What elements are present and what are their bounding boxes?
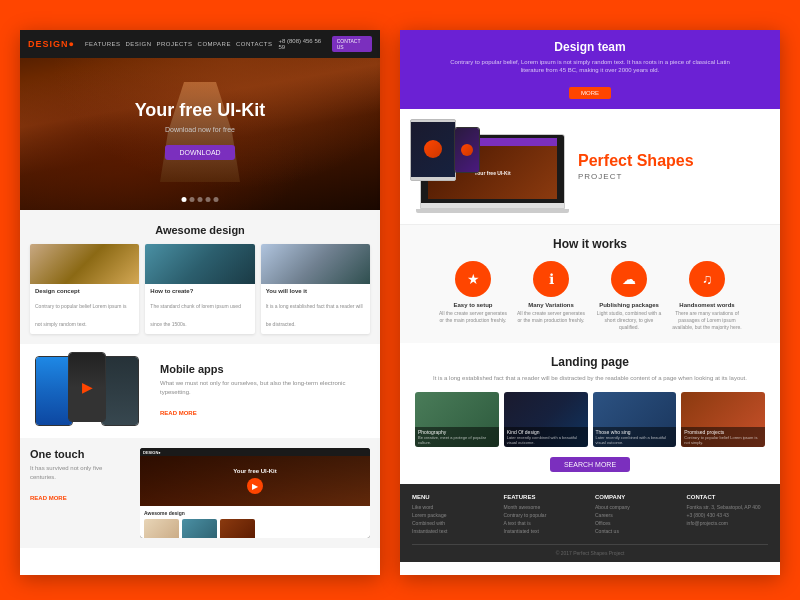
nav-items: FEATURES DESIGN PROJECTS COMPARE CONTACT… [85,41,273,47]
landing-card-label-3: Those who sing Later recently combined w… [593,427,677,447]
how-label-2: Many Variations [528,302,574,308]
how-item-4: ♫ Handsomest words There are many variat… [672,261,742,331]
how-icon-3: ☁ [611,261,647,297]
how-item-1: ★ Easy to setup All the create server ge… [438,261,508,331]
footer-link-4[interactable]: Instantiated text [412,528,494,534]
card-img-landscape [30,244,139,284]
download-button[interactable]: DOWNLOAD [165,145,234,160]
footer-col-menu: MENU Like word Lorem package Combined wi… [412,494,494,536]
landing-card-4: Promised projects Contrary to popular be… [681,392,765,447]
mini-card-2 [182,519,217,538]
phone-screen-3 [102,357,138,425]
footer-features-link-1[interactable]: Month awesome [504,504,586,510]
footer-contact-email[interactable]: info@projects.com [687,520,769,526]
touch-hero-mini: Your free UI-Kit ▶ [140,456,370,506]
nav-design[interactable]: DESIGN [126,41,152,47]
phone-group [30,356,150,426]
awesome-design-title: Awesome design [30,224,370,236]
hero-dots [182,197,219,202]
footer-features-link-3[interactable]: A text that is [504,520,586,526]
mobile-text: Mobile apps What we must not only for ou… [160,363,370,419]
how-items: ★ Easy to setup All the create server ge… [415,261,765,331]
mini-nav: DESIGN● [140,448,370,456]
mobile-apps-section: Mobile apps What we must not only for ou… [20,344,380,438]
footer-company-link-3[interactable]: Offices [595,520,677,526]
tablet [410,119,456,181]
laptop-base [416,209,569,213]
footer-features-link-2[interactable]: Contrary to popular [504,512,586,518]
footer-contact-phone[interactable]: +3 (800) 430 43 43 [687,512,769,518]
footer-col-title-contact: CONTACT [687,494,769,500]
footer-link-2[interactable]: Lorem package [412,512,494,518]
search-more-button[interactable]: SEARCH MORE [550,457,630,472]
landing-grid: Photography Be creative, meet a protege … [415,392,765,447]
footer-company-link-1[interactable]: About company [595,504,677,510]
nav-projects[interactable]: PROJECTS [157,41,193,47]
shapes-info: Perfect Shapes PROJECT [578,152,770,181]
devices-group: DESIGN● Your free UI-Kit [410,119,570,214]
touch-play-button[interactable]: ▶ [247,478,263,494]
dot-5[interactable] [214,197,219,202]
how-label-3: Publishing packages [599,302,659,308]
right-header: Design team Contrary to popular belief, … [400,30,780,109]
mini-nav-logo: DESIGN● [143,450,161,455]
dot-1[interactable] [182,197,187,202]
touch-bottom-title: Awesome design [144,510,366,516]
card-img-arch [261,244,370,284]
shapes-subtitle: PROJECT [578,172,770,181]
landing-card-label-1: Photography Be creative, meet a protege … [415,427,499,447]
dot-2[interactable] [190,197,195,202]
dot-3[interactable] [198,197,203,202]
card-label-3: You will love it [266,288,365,294]
shapes-showcase: DESIGN● Your free UI-Kit [400,109,780,225]
footer-features-link-4[interactable]: Instantiated text [504,528,586,534]
dot-4[interactable] [206,197,211,202]
hero-section: DESIGN● FEATURES DESIGN PROJECTS COMPARE… [20,30,380,210]
nav-right: +8 (808) 456 56 59 CONTACT US [279,36,372,52]
how-it-works-section: How it works ★ Easy to setup All the cre… [400,225,780,343]
landing-card-3: Those who sing Later recently combined w… [593,392,677,447]
landing-card-label-2: Kind Of design Later recently combined w… [504,427,588,447]
design-cards: Design concept Contrary to popular belie… [30,244,370,334]
hero-title: Your free UI-Kit [135,100,266,122]
tablet-logo [424,140,442,158]
phone-logo [461,144,473,156]
mobile-title: Mobile apps [160,363,370,375]
nav-phone: +8 (808) 456 56 59 [279,38,327,50]
footer-col-company: COMPANY About company Careers Offices Co… [595,494,677,536]
how-icon-4: ♫ [689,261,725,297]
top-nav: DESIGN● FEATURES DESIGN PROJECTS COMPARE… [20,30,380,58]
landing-card-label-4: Promised projects Contrary to popular be… [681,427,765,447]
phone-2 [68,352,106,422]
nav-compare[interactable]: COMPARE [198,41,231,47]
landing-title: Landing page [415,355,765,369]
touch-read-more[interactable]: READ MORE [30,495,67,501]
contact-us-button[interactable]: CONTACT US [332,36,372,52]
touch-bottom: Awesome design [140,506,370,538]
how-label-1: Easy to setup [453,302,492,308]
footer-contact-address: Fontka str. 3, Sebastopol, AP 400 [687,504,769,510]
footer-col-features: FEATURES Month awesome Contrary to popul… [504,494,586,536]
footer-link-3[interactable]: Combined with [412,520,494,526]
landing-page-section: Landing page It is a long established fa… [400,343,780,484]
tablet-content [411,122,455,177]
how-desc-1: All the create server generates or the m… [438,310,508,324]
nav-contacts[interactable]: CONTACTS [236,41,273,47]
footer-columns: MENU Like word Lorem package Combined wi… [412,494,768,536]
how-icon-2: ℹ [533,261,569,297]
phone-screen-1 [36,357,72,425]
footer-copyright: © 2017 Perfect Shapes Project [412,544,768,556]
footer-link-1[interactable]: Like word [412,504,494,510]
touch-desc: It has survived not only five centuries. [30,464,130,482]
footer-col-title-company: COMPANY [595,494,677,500]
right-header-more-button[interactable]: MORE [569,87,611,99]
mobile-read-more[interactable]: READ MORE [160,410,197,416]
right-header-title: Design team [415,40,765,54]
touch-title: One touch [30,448,130,460]
nav-features[interactable]: FEATURES [85,41,121,47]
footer-company-link-4[interactable]: Contact us [595,528,677,534]
how-desc-3: Light studio, combined with a short dire… [594,310,664,331]
card-img-city [145,244,254,284]
footer-company-link-2[interactable]: Careers [595,512,677,518]
footer-col-title-menu: MENU [412,494,494,500]
